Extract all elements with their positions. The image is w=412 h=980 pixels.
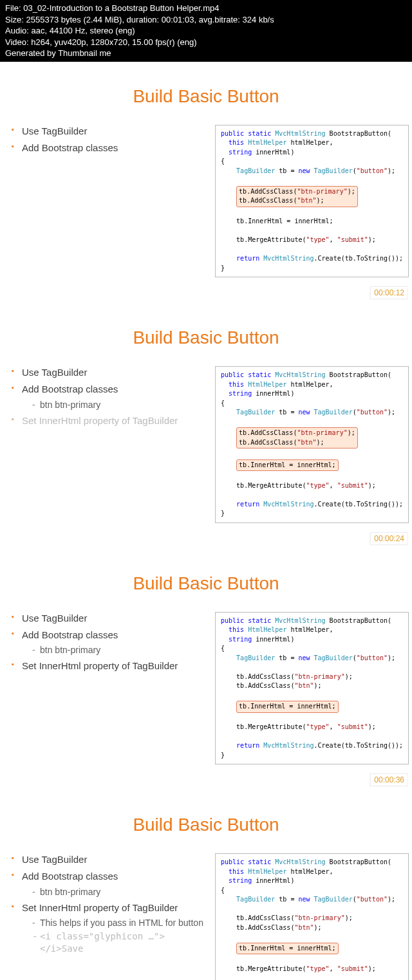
generated-line: Generated by Thumbnail me bbox=[5, 48, 407, 59]
bullet-2: Add Bootstrap classes btn btn-primary bbox=[12, 629, 205, 656]
slide-title: Build Basic Button bbox=[0, 328, 412, 348]
size-label: Size: bbox=[5, 15, 24, 24]
code-sample: public static MvcHtmlString BootstrapBut… bbox=[215, 366, 409, 523]
file-value: 03_02-Introduction to a Bootstrap Button… bbox=[23, 3, 219, 13]
thumbnail-frame-1: Build Basic Button Use TagBuilder Add Bo… bbox=[0, 62, 412, 304]
code-sample: public static MvcHtmlString BootstrapBut… bbox=[215, 125, 409, 278]
sub-bullet-2a: btn btn-primary bbox=[22, 886, 205, 898]
slide-title: Build Basic Button bbox=[0, 86, 412, 107]
bullet-2: Add Bootstrap classes bbox=[12, 142, 205, 154]
bullet-3: Set InnerHtml property of TagBuilder bbox=[12, 660, 205, 672]
bullet-list: Use TagBuilder Add Bootstrap classes btn… bbox=[12, 612, 205, 673]
bullet-3: Set InnerHtml property of TagBuilder Thi… bbox=[12, 901, 205, 954]
audio-value: aac, 44100 Hz, stereo (eng) bbox=[32, 26, 135, 35]
bullet-2: Add Bootstrap classes btn btn-primary bbox=[12, 870, 205, 897]
code-sample: public static MvcHtmlString BootstrapBut… bbox=[215, 612, 409, 765]
video-value: h264, yuv420p, 1280x720, 15.00 fps(r) (e… bbox=[31, 37, 196, 47]
timestamp-2: 00:00:24 bbox=[370, 532, 408, 545]
sub-bullet-3a: This helps if you pass in HTML for butto… bbox=[22, 917, 205, 929]
bullet-3-faded: Set InnerHtml property of TagBuilder bbox=[12, 414, 205, 427]
thumbnail-frame-2: Build Basic Button Use TagBuilder Add Bo… bbox=[0, 303, 412, 549]
bullet-1: Use TagBuilder bbox=[12, 853, 205, 866]
bullet-list: Use TagBuilder Add Bootstrap classes btn… bbox=[12, 366, 205, 427]
file-label: File: bbox=[5, 3, 21, 13]
sub-bullet-2a: btn btn-primary bbox=[22, 399, 205, 411]
media-info-header: File: 03_02-Introduction to a Bootstrap … bbox=[0, 0, 412, 62]
slide-title: Build Basic Button bbox=[0, 815, 412, 835]
video-label: Video: bbox=[5, 37, 29, 47]
timestamp-3: 00:00:36 bbox=[370, 773, 408, 786]
thumbnail-frame-4: Build Basic Button Use TagBuilder Add Bo… bbox=[0, 790, 412, 980]
thumbnail-frame-3: Build Basic Button Use TagBuilder Add Bo… bbox=[0, 549, 412, 791]
audio-label: Audio: bbox=[5, 26, 29, 35]
sub-bullet-3b: <i class="glyphicon …"></i>Save bbox=[22, 930, 205, 954]
sub-bullet-2a: btn btn-primary bbox=[22, 644, 205, 656]
bullet-2: Add Bootstrap classes btn btn-primary bbox=[12, 383, 205, 410]
bullet-1: Use TagBuilder bbox=[12, 125, 205, 138]
timestamp-1: 00:00:12 bbox=[370, 286, 408, 299]
bullet-list: Use TagBuilder Add Bootstrap classes bbox=[12, 125, 205, 155]
size-value: 2555373 bytes (2.44 MiB), duration: 00:0… bbox=[26, 15, 274, 24]
bullet-1: Use TagBuilder bbox=[12, 612, 205, 625]
code-sample: public static MvcHtmlString BootstrapBut… bbox=[215, 853, 409, 980]
bullet-1: Use TagBuilder bbox=[12, 366, 205, 379]
slide-title: Build Basic Button bbox=[0, 573, 412, 594]
bullet-list: Use TagBuilder Add Bootstrap classes btn… bbox=[12, 853, 205, 954]
